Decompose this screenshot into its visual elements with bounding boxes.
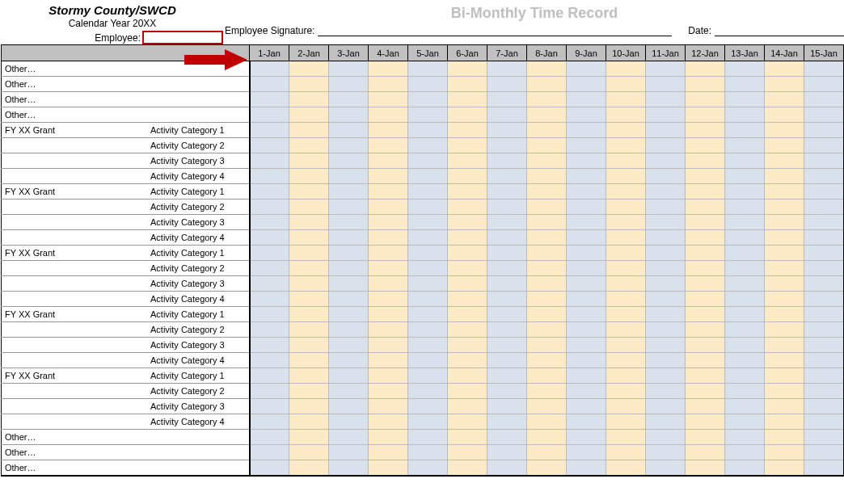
time-cell[interactable] bbox=[606, 246, 646, 261]
time-cell[interactable] bbox=[567, 399, 606, 414]
time-cell[interactable] bbox=[765, 92, 804, 107]
time-cell[interactable] bbox=[567, 169, 606, 184]
time-cell[interactable] bbox=[408, 61, 448, 77]
time-cell[interactable] bbox=[765, 261, 804, 276]
time-cell[interactable] bbox=[369, 292, 408, 307]
time-cell[interactable] bbox=[527, 169, 567, 184]
time-cell[interactable] bbox=[686, 399, 725, 414]
time-cell[interactable] bbox=[448, 368, 487, 384]
time-cell[interactable] bbox=[646, 169, 686, 184]
time-cell[interactable] bbox=[725, 200, 765, 215]
time-cell[interactable] bbox=[804, 246, 844, 261]
time-cell[interactable] bbox=[765, 138, 804, 153]
time-cell[interactable] bbox=[567, 215, 606, 230]
signature-line[interactable] bbox=[318, 25, 672, 36]
time-cell[interactable] bbox=[448, 123, 487, 138]
time-cell[interactable] bbox=[369, 384, 408, 399]
time-cell[interactable] bbox=[369, 184, 408, 200]
time-cell[interactable] bbox=[487, 215, 527, 230]
time-cell[interactable] bbox=[686, 414, 725, 430]
time-cell[interactable] bbox=[804, 215, 844, 230]
time-cell[interactable] bbox=[369, 153, 408, 169]
date-line[interactable] bbox=[715, 25, 844, 36]
time-cell[interactable] bbox=[250, 230, 289, 246]
time-cell[interactable] bbox=[686, 430, 725, 445]
time-cell[interactable] bbox=[408, 414, 448, 430]
time-cell[interactable] bbox=[765, 445, 804, 460]
time-cell[interactable] bbox=[369, 353, 408, 368]
time-cell[interactable] bbox=[329, 276, 369, 292]
time-cell[interactable] bbox=[448, 169, 487, 184]
time-cell[interactable] bbox=[686, 138, 725, 153]
time-cell[interactable] bbox=[250, 92, 289, 107]
time-cell[interactable] bbox=[686, 215, 725, 230]
time-cell[interactable] bbox=[448, 276, 487, 292]
time-cell[interactable] bbox=[527, 77, 567, 92]
time-cell[interactable] bbox=[567, 338, 606, 353]
time-cell[interactable] bbox=[606, 353, 646, 368]
time-cell[interactable] bbox=[527, 384, 567, 399]
time-cell[interactable] bbox=[448, 215, 487, 230]
time-cell[interactable] bbox=[487, 368, 527, 384]
time-cell[interactable] bbox=[408, 261, 448, 276]
time-cell[interactable] bbox=[487, 184, 527, 200]
time-cell[interactable] bbox=[329, 153, 369, 169]
time-cell[interactable] bbox=[487, 430, 527, 445]
time-cell[interactable] bbox=[329, 414, 369, 430]
time-cell[interactable] bbox=[567, 292, 606, 307]
time-cell[interactable] bbox=[725, 153, 765, 169]
time-cell[interactable] bbox=[527, 92, 567, 107]
time-cell[interactable] bbox=[567, 353, 606, 368]
time-cell[interactable] bbox=[329, 460, 369, 476]
time-cell[interactable] bbox=[408, 138, 448, 153]
time-cell[interactable] bbox=[686, 353, 725, 368]
time-cell[interactable] bbox=[765, 169, 804, 184]
time-cell[interactable] bbox=[408, 184, 448, 200]
time-cell[interactable] bbox=[329, 261, 369, 276]
time-cell[interactable] bbox=[527, 460, 567, 476]
time-cell[interactable] bbox=[289, 414, 329, 430]
time-cell[interactable] bbox=[329, 246, 369, 261]
time-cell[interactable] bbox=[725, 107, 765, 123]
time-cell[interactable] bbox=[487, 261, 527, 276]
time-cell[interactable] bbox=[250, 169, 289, 184]
time-cell[interactable] bbox=[765, 276, 804, 292]
time-cell[interactable] bbox=[646, 292, 686, 307]
time-cell[interactable] bbox=[686, 445, 725, 460]
time-cell[interactable] bbox=[448, 430, 487, 445]
time-cell[interactable] bbox=[448, 307, 487, 322]
time-cell[interactable] bbox=[487, 169, 527, 184]
time-cell[interactable] bbox=[606, 184, 646, 200]
time-cell[interactable] bbox=[686, 107, 725, 123]
time-cell[interactable] bbox=[369, 368, 408, 384]
time-cell[interactable] bbox=[765, 215, 804, 230]
time-cell[interactable] bbox=[646, 77, 686, 92]
time-cell[interactable] bbox=[765, 460, 804, 476]
time-cell[interactable] bbox=[646, 322, 686, 338]
time-cell[interactable] bbox=[448, 460, 487, 476]
time-cell[interactable] bbox=[606, 61, 646, 77]
time-cell[interactable] bbox=[725, 261, 765, 276]
time-cell[interactable] bbox=[686, 368, 725, 384]
time-cell[interactable] bbox=[408, 215, 448, 230]
time-cell[interactable] bbox=[567, 200, 606, 215]
time-cell[interactable] bbox=[369, 460, 408, 476]
time-cell[interactable] bbox=[686, 261, 725, 276]
time-cell[interactable] bbox=[329, 200, 369, 215]
time-cell[interactable] bbox=[725, 215, 765, 230]
time-cell[interactable] bbox=[408, 368, 448, 384]
time-cell[interactable] bbox=[448, 399, 487, 414]
time-cell[interactable] bbox=[527, 153, 567, 169]
time-cell[interactable] bbox=[804, 307, 844, 322]
time-cell[interactable] bbox=[289, 215, 329, 230]
time-cell[interactable] bbox=[606, 292, 646, 307]
time-cell[interactable] bbox=[804, 430, 844, 445]
time-cell[interactable] bbox=[527, 368, 567, 384]
time-cell[interactable] bbox=[408, 77, 448, 92]
time-cell[interactable] bbox=[804, 200, 844, 215]
time-cell[interactable] bbox=[408, 322, 448, 338]
time-cell[interactable] bbox=[289, 107, 329, 123]
time-cell[interactable] bbox=[250, 107, 289, 123]
time-cell[interactable] bbox=[567, 460, 606, 476]
time-cell[interactable] bbox=[567, 246, 606, 261]
